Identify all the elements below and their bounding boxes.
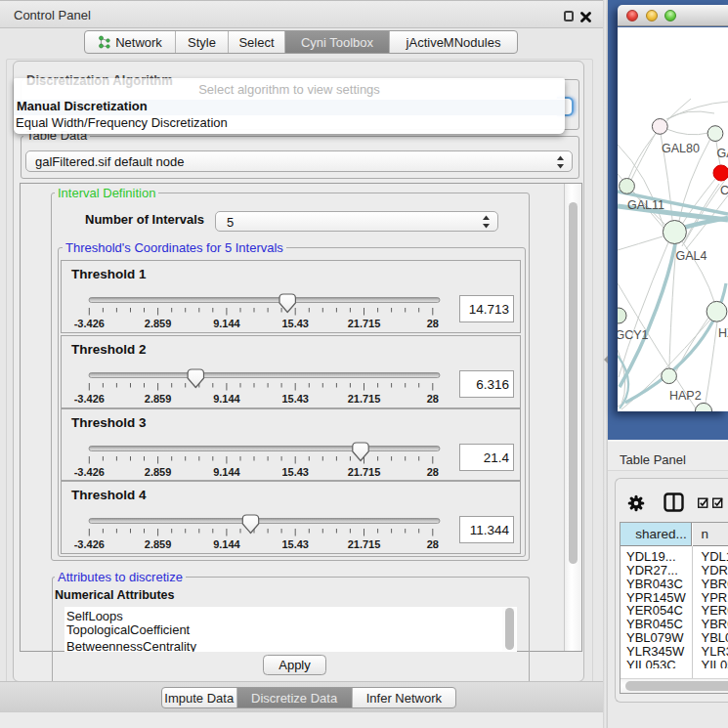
svg-text:GAL11: GAL11 [627,198,664,212]
svg-text:2.859: 2.859 [145,466,172,478]
svg-text:21.715: 21.715 [348,318,381,329]
svg-text:2.859: 2.859 [145,318,172,329]
svg-text:9.144: 9.144 [213,318,240,329]
svg-text:-3.426: -3.426 [74,318,105,329]
svg-text:28: 28 [427,538,439,550]
svg-text:2.859: 2.859 [145,393,172,405]
svg-text:-3.426: -3.426 [74,466,105,478]
svg-text:28: 28 [427,466,439,478]
svg-text:21.715: 21.715 [348,393,381,405]
svg-text:HXT: HXT [718,326,728,340]
svg-text:21.715: 21.715 [348,538,381,550]
svg-text:GAL80: GAL80 [662,142,700,155]
svg-text:2.859: 2.859 [145,538,172,550]
svg-text:GAL4: GAL4 [676,249,707,263]
svg-text:9.144: 9.144 [213,538,240,550]
svg-text:9.144: 9.144 [213,466,240,478]
svg-text:21.715: 21.715 [348,466,381,478]
svg-text:HAP2: HAP2 [669,389,702,403]
svg-text:-3.426: -3.426 [74,538,105,550]
svg-text:15.43: 15.43 [281,393,309,405]
svg-text:28: 28 [427,393,439,405]
svg-text:9.144: 9.144 [213,393,240,405]
svg-text:GAL3: GAL3 [717,147,728,160]
svg-text:15.43: 15.43 [281,318,309,329]
svg-text:28: 28 [427,318,439,329]
svg-text:CDC: CDC [720,184,728,197]
svg-text:15.43: 15.43 [281,466,309,478]
svg-text:15.43: 15.43 [281,538,309,550]
svg-text:-3.426: -3.426 [74,393,105,405]
svg-text:GCY1: GCY1 [618,328,649,342]
